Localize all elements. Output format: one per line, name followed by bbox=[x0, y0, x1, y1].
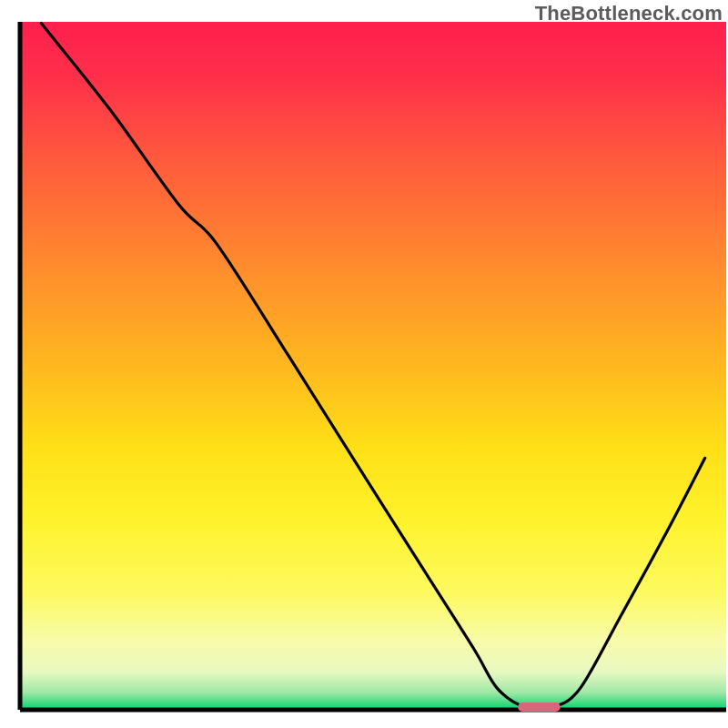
chart-svg bbox=[0, 0, 728, 728]
chart-canvas: TheBottleneck.com bbox=[0, 0, 728, 728]
plot-background bbox=[20, 22, 726, 710]
optimal-zone-marker bbox=[518, 703, 561, 712]
watermark-text: TheBottleneck.com bbox=[535, 2, 723, 25]
